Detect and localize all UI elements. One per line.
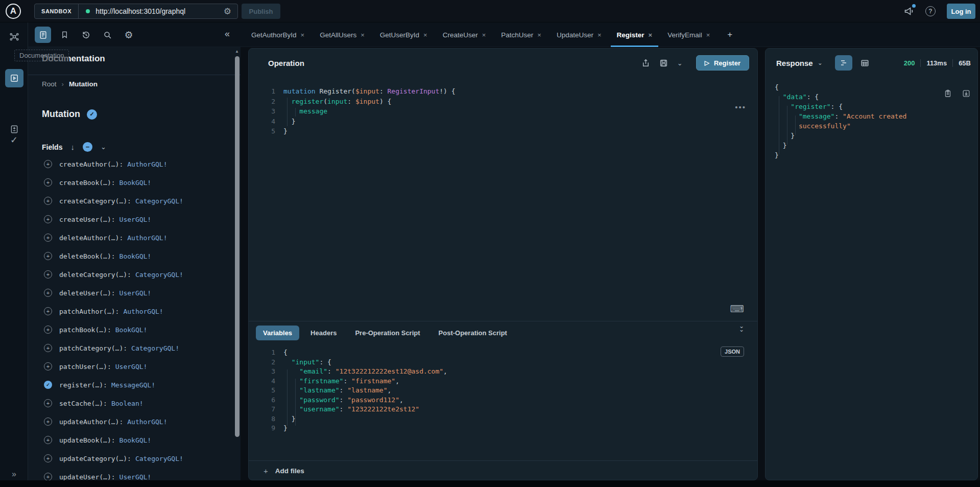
- indent-guide: [787, 106, 787, 145]
- response-dropdown-chevron-icon[interactable]: ⌄: [818, 59, 823, 66]
- field-add-plus-icon[interactable]: +: [44, 197, 52, 205]
- field-add-plus-icon[interactable]: +: [44, 418, 52, 426]
- expand-strip-icon[interactable]: »: [0, 470, 28, 479]
- indent-guide: [287, 98, 288, 126]
- operation-menu-icon[interactable]: •••: [735, 103, 746, 111]
- publish-button[interactable]: Publish: [242, 4, 280, 19]
- collapse-docs-icon[interactable]: «: [225, 22, 230, 45]
- help-icon[interactable]: ?: [925, 6, 936, 16]
- settings-gear-icon[interactable]: ⚙: [121, 27, 137, 43]
- tab-close-icon[interactable]: ×: [649, 31, 653, 39]
- breadcrumb-root[interactable]: Root: [42, 80, 57, 88]
- doc-toolbar: ⚙: [35, 27, 137, 43]
- field-row-patchUser[interactable]: +patchUser(…):UserGQL!: [28, 357, 241, 376]
- table-view-icon[interactable]: [861, 59, 869, 67]
- field-row-patchAuthor[interactable]: +patchAuthor(…):AuthorGQL!: [28, 302, 241, 320]
- history-icon[interactable]: [78, 27, 94, 43]
- tab-close-icon[interactable]: ×: [482, 31, 486, 39]
- variables-editor[interactable]: 1{2 "input": {3 "email": "12t322212222es…: [255, 348, 447, 433]
- vartab-post-operation-script[interactable]: Post-Operation Script: [432, 326, 514, 340]
- schema-graph-icon[interactable]: [0, 32, 28, 42]
- field-add-plus-icon[interactable]: +: [44, 178, 52, 187]
- field-row-deleteCategory[interactable]: +deleteCategory(…):CategoryGQL!: [28, 265, 241, 284]
- field-add-plus-icon[interactable]: +: [44, 436, 52, 444]
- checks-icon[interactable]: ✓: [0, 134, 28, 146]
- vartab-headers[interactable]: Headers: [303, 326, 344, 340]
- download-icon[interactable]: [962, 89, 970, 98]
- tab-close-icon[interactable]: ×: [361, 31, 365, 39]
- field-row-updateBook[interactable]: +updateBook(…):BookGQL!: [28, 431, 241, 449]
- tab-PatchUser[interactable]: PatchUser×: [495, 22, 547, 47]
- share-icon[interactable]: [641, 59, 650, 67]
- field-row-createBook[interactable]: +createBook(…):BookGQL!: [28, 173, 241, 192]
- tab-Register[interactable]: Register×: [611, 22, 659, 47]
- add-files-button[interactable]: + Add files: [264, 460, 304, 481]
- field-add-plus-icon[interactable]: +: [44, 473, 52, 481]
- field-add-plus-icon[interactable]: +: [44, 326, 52, 334]
- field-add-plus-icon[interactable]: +: [44, 252, 52, 260]
- save-icon[interactable]: [659, 59, 668, 67]
- bookmark-icon[interactable]: [56, 27, 73, 43]
- field-row-createUser[interactable]: +createUser(…):UserGQL!: [28, 210, 241, 228]
- field-add-plus-icon[interactable]: +: [44, 270, 52, 279]
- field-add-plus-icon[interactable]: +: [44, 454, 52, 462]
- field-row-deleteAuthor[interactable]: +deleteAuthor(…):AuthorGQL!: [28, 228, 241, 247]
- collapse-variables-icon[interactable]: ⌄ ⌄: [739, 324, 744, 332]
- field-add-plus-icon[interactable]: +: [44, 160, 52, 168]
- tab-close-icon[interactable]: ×: [423, 31, 427, 39]
- field-add-plus-icon[interactable]: +: [44, 307, 52, 315]
- vartab-pre-operation-script[interactable]: Pre-Operation Script: [348, 326, 427, 340]
- field-add-plus-icon[interactable]: +: [44, 215, 52, 223]
- endpoint-url-input[interactable]: [95, 7, 218, 15]
- tab-UpdateUser[interactable]: UpdateUser×: [551, 22, 608, 47]
- filter-minus-icon[interactable]: −: [83, 142, 92, 152]
- save-dropdown-chevron-icon[interactable]: ⌄: [677, 59, 683, 67]
- tab-GetUserById[interactable]: GetUserById×: [374, 22, 434, 47]
- docs-scrollbar[interactable]: [235, 56, 240, 437]
- variables-tabs: VariablesHeadersPre-Operation ScriptPost…: [256, 324, 514, 341]
- field-row-patchBook[interactable]: +patchBook(…):BookGQL!: [28, 320, 241, 339]
- tab-close-icon[interactable]: ×: [706, 31, 710, 39]
- notifications-megaphone-icon[interactable]: [904, 6, 914, 16]
- keyboard-shortcuts-icon[interactable]: ⌨: [730, 303, 744, 315]
- field-add-plus-icon[interactable]: +: [44, 289, 52, 297]
- operations-collection-icon[interactable]: [5, 69, 23, 87]
- field-row-setCache[interactable]: +setCache(…):Boolean!: [28, 394, 241, 412]
- indent-guide: [287, 369, 288, 426]
- scrollbar-up-icon[interactable]: ▲: [235, 49, 239, 54]
- field-name: deleteCategory(…):: [59, 271, 131, 279]
- changelog-file-icon[interactable]: [0, 125, 28, 134]
- field-add-plus-icon[interactable]: +: [44, 344, 52, 352]
- field-row-deleteBook[interactable]: +deleteBook(…):BookGQL!: [28, 247, 241, 265]
- tab-GetAuthorById[interactable]: GetAuthorById×: [245, 22, 310, 47]
- tab-close-icon[interactable]: ×: [301, 31, 305, 39]
- operation-editor[interactable]: 1mutation Register($input: RegisterInput…: [255, 86, 456, 136]
- field-add-plus-icon[interactable]: +: [44, 399, 52, 407]
- run-register-button[interactable]: ▷ Register: [696, 55, 749, 71]
- field-row-updateCategory[interactable]: +updateCategory(…):CategoryGQL!: [28, 449, 241, 468]
- field-row-register[interactable]: ✓register(…):MessageGQL!: [28, 376, 241, 394]
- tab-CreateUser[interactable]: CreateUser×: [437, 22, 492, 47]
- apollo-logo[interactable]: A: [6, 4, 21, 19]
- sort-fields-icon[interactable]: ↓: [70, 143, 75, 151]
- field-row-updateAuthor[interactable]: +updateAuthor(…):AuthorGQL!: [28, 412, 241, 431]
- field-row-deleteUser[interactable]: +deleteUser(…):UserGQL!: [28, 284, 241, 302]
- tab-close-icon[interactable]: ×: [597, 31, 602, 39]
- endpoint-settings-gear-icon[interactable]: ⚙: [224, 7, 231, 16]
- field-add-plus-icon[interactable]: +: [44, 362, 52, 370]
- field-add-plus-icon[interactable]: +: [44, 234, 52, 242]
- tab-close-icon[interactable]: ×: [537, 31, 541, 39]
- field-row-createCategory[interactable]: +createCategory(…):CategoryGQL!: [28, 192, 241, 210]
- documentation-panel-icon[interactable]: [35, 27, 51, 43]
- new-tab-button[interactable]: +: [719, 22, 740, 47]
- login-button[interactable]: Log in: [947, 4, 975, 19]
- tab-GetAllUsers[interactable]: GetAllUsers×: [314, 22, 371, 47]
- copy-clipboard-icon[interactable]: [944, 89, 952, 98]
- tab-VerifyEmail[interactable]: VerifyEmail×: [661, 22, 716, 47]
- chevron-down-icon[interactable]: ⌄: [101, 143, 106, 151]
- vartab-variables[interactable]: Variables: [256, 326, 299, 340]
- raw-view-icon[interactable]: [835, 55, 852, 71]
- field-row-patchCategory[interactable]: +patchCategory(…):CategoryGQL!: [28, 339, 241, 357]
- search-icon[interactable]: [99, 27, 115, 43]
- field-row-createAuthor[interactable]: +createAuthor(…):AuthorGQL!: [28, 155, 241, 173]
